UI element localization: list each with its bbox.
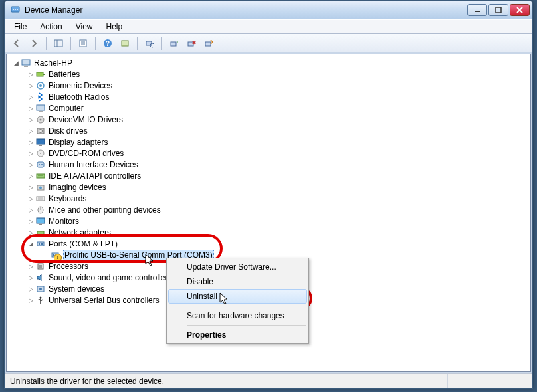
tree-category[interactable]: ▷ Bluetooth Radios: [12, 91, 530, 102]
spacer: [41, 251, 49, 259]
svg-rect-30: [39, 111, 43, 112]
expander-icon[interactable]: ▷: [27, 93, 35, 101]
ctx-disable[interactable]: Disable: [168, 274, 307, 289]
svg-rect-29: [37, 105, 45, 110]
disable-button[interactable]: [201, 36, 217, 50]
expander-icon[interactable]: ▷: [27, 274, 35, 282]
svg-point-28: [39, 84, 42, 87]
ctx-scan-hardware[interactable]: Scan for hardware changes: [168, 308, 307, 323]
status-grip: [447, 374, 527, 388]
expander-icon[interactable]: ▷: [27, 172, 35, 180]
biometric-icon: [35, 80, 46, 91]
expander-icon[interactable]: ▷: [27, 229, 35, 237]
tree-category[interactable]: ◢ Ports (COM & LPT): [12, 238, 530, 249]
tree-category[interactable]: ▷ IDE ATA/ATAPI controllers: [12, 170, 530, 181]
toolbar: ?: [5, 34, 532, 52]
expander-icon[interactable]: ▷: [27, 70, 35, 78]
tree-category[interactable]: ▷ Display adapters: [12, 136, 530, 147]
expander-icon[interactable]: ▷: [27, 127, 35, 135]
expander-icon[interactable]: ▷: [27, 138, 35, 146]
scan-hardware-button[interactable]: [142, 36, 158, 50]
svg-point-65: [39, 288, 42, 290]
expander-icon[interactable]: ▷: [27, 104, 35, 112]
svg-rect-59: [52, 253, 58, 257]
tree-category[interactable]: ▷ Keyboards: [12, 193, 530, 204]
statusbar: Uninstalls the driver for the selected d…: [5, 373, 532, 388]
expander-icon[interactable]: ◢: [12, 59, 20, 67]
svg-rect-35: [37, 139, 45, 144]
expander-icon[interactable]: ▷: [27, 285, 35, 293]
menu-file[interactable]: File: [7, 21, 33, 33]
svg-rect-10: [80, 40, 86, 47]
svg-rect-61: [56, 254, 57, 256]
tree-category[interactable]: ▷ Disk drives: [12, 125, 530, 136]
expander-icon[interactable]: ▷: [27, 116, 35, 124]
category-label: Batteries: [49, 70, 80, 79]
maximize-button[interactable]: [488, 4, 508, 16]
svg-rect-46: [37, 197, 45, 201]
expander-icon[interactable]: ▷: [27, 82, 35, 90]
tree-category[interactable]: ▷ DVD/CD-ROM drives: [12, 147, 530, 159]
network-icon: [35, 227, 46, 238]
expander-icon[interactable]: ▷: [27, 296, 35, 304]
app-icon: [10, 5, 21, 15]
usb-icon: [35, 295, 46, 306]
tree-category[interactable]: ▷ Batteries: [12, 68, 530, 80]
expander-icon[interactable]: ▷: [27, 217, 35, 225]
action-button[interactable]: [117, 36, 133, 50]
close-button[interactable]: [510, 4, 530, 16]
tree-category[interactable]: ▷ Imaging devices: [12, 181, 530, 193]
expander-icon[interactable]: ◢: [27, 240, 35, 248]
category-label: Keyboards: [49, 194, 86, 203]
expander-icon[interactable]: ▷: [27, 161, 35, 169]
expander-icon[interactable]: ▷: [27, 206, 35, 214]
category-label: Network adapters: [49, 228, 111, 237]
minimize-button[interactable]: [467, 4, 487, 16]
tree-category[interactable]: ▷ Monitors: [12, 215, 530, 227]
titlebar[interactable]: Device Manager: [5, 1, 532, 19]
category-label: Human Interface Devices: [49, 160, 138, 169]
menubar: File Action View Help: [5, 19, 532, 34]
svg-rect-57: [39, 243, 40, 245]
menu-view[interactable]: View: [69, 21, 100, 33]
ctx-properties[interactable]: Properties: [168, 328, 307, 342]
computer-icon: [35, 103, 46, 114]
forward-button[interactable]: [26, 36, 42, 50]
svg-text:?: ?: [106, 40, 110, 47]
back-button[interactable]: [9, 36, 25, 50]
svg-rect-26: [43, 74, 45, 75]
update-driver-button[interactable]: [166, 36, 182, 50]
category-label: Biometric Devices: [49, 81, 112, 90]
expander-icon[interactable]: ▷: [27, 262, 35, 270]
tree-category[interactable]: ▷ Biometric Devices: [12, 80, 530, 91]
svg-rect-51: [37, 218, 45, 223]
uninstall-button[interactable]: [183, 36, 199, 50]
properties-button[interactable]: [75, 36, 91, 50]
mouse-icon: [35, 205, 46, 215]
show-hide-console-tree-button[interactable]: [51, 36, 66, 50]
tree-category[interactable]: ▷ Network adapters: [12, 227, 530, 238]
category-label: Bluetooth Radios: [49, 92, 109, 102]
menu-action[interactable]: Action: [33, 21, 68, 33]
expander-icon[interactable]: ▷: [27, 183, 35, 191]
port-icon: [35, 239, 46, 249]
cdrom-icon: [35, 148, 46, 159]
tree-category[interactable]: ▷ Human Interface Devices: [12, 159, 530, 170]
svg-rect-22: [205, 42, 211, 46]
tree-category[interactable]: ▷ Mice and other pointing devices: [12, 204, 530, 215]
driver-icon: [35, 114, 46, 125]
tree-category[interactable]: ▷ Computer: [12, 102, 530, 114]
tree-view[interactable]: ◢ Rachel-HP ▷ Batteries ▷ Biometric Devi…: [6, 54, 531, 372]
battery-icon: [35, 69, 46, 80]
expander-icon[interactable]: ▷: [27, 149, 35, 157]
expander-icon[interactable]: ▷: [27, 195, 35, 203]
tree-root[interactable]: ◢ Rachel-HP: [12, 57, 530, 68]
ctx-uninstall[interactable]: Uninstall: [168, 289, 307, 304]
help-button[interactable]: ?: [100, 36, 116, 50]
svg-rect-19: [188, 42, 193, 46]
ctx-update-driver[interactable]: Update Driver Software...: [168, 260, 307, 274]
tree-category[interactable]: ▷ DeviceVM IO Drivers: [12, 114, 530, 125]
sound-icon: [35, 272, 46, 283]
category-label: Sound, video and game controllers: [49, 273, 171, 282]
menu-help[interactable]: Help: [100, 21, 130, 33]
